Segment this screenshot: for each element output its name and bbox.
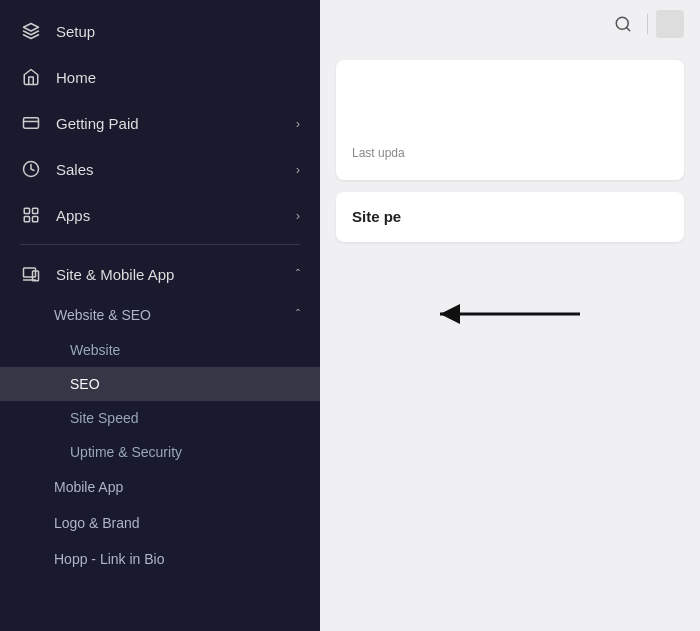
sidebar-item-setup[interactable]: Setup [0, 8, 320, 54]
logo-brand-label: Logo & Brand [54, 515, 140, 531]
sidebar-item-home-label: Home [56, 69, 300, 86]
top-card: Last upda [336, 60, 684, 180]
sidebar-item-apps[interactable]: Apps › [0, 192, 320, 238]
sales-icon [20, 158, 42, 180]
svg-rect-0 [24, 118, 39, 129]
svg-rect-6 [33, 217, 38, 222]
sidebar-sub-item-hopp[interactable]: Hopp - Link in Bio [0, 541, 320, 577]
seo-label: SEO [70, 376, 100, 392]
getting-paid-icon [20, 112, 42, 134]
svg-rect-7 [24, 268, 36, 277]
sidebar-item-site-mobile-label: Site & Mobile App [56, 266, 282, 283]
sidebar: Setup Home Getting Paid › Sales › [0, 0, 320, 631]
uptime-security-label: Uptime & Security [70, 444, 182, 460]
top-bar-avatar [656, 10, 684, 38]
last-updated-text: Last upda [352, 146, 668, 160]
hopp-label: Hopp - Link in Bio [54, 551, 165, 567]
website-label: Website [70, 342, 120, 358]
sidebar-item-getting-paid[interactable]: Getting Paid › [0, 100, 320, 146]
top-bar-divider [647, 14, 648, 34]
sidebar-deep-item-uptime-security[interactable]: Uptime & Security [0, 435, 320, 469]
apps-icon [20, 204, 42, 226]
sidebar-sub-item-website-seo[interactable]: Website & SEO ˆ [0, 297, 320, 333]
sidebar-deep-item-site-speed[interactable]: Site Speed [0, 401, 320, 435]
top-bar [320, 0, 700, 48]
sidebar-item-setup-label: Setup [56, 23, 300, 40]
apps-chevron: › [296, 208, 300, 223]
sidebar-deep-item-seo[interactable]: SEO [0, 367, 320, 401]
sidebar-sub-item-mobile-app[interactable]: Mobile App [0, 469, 320, 505]
site-mobile-chevron: ˆ [296, 267, 300, 282]
sidebar-item-apps-label: Apps [56, 207, 282, 224]
home-icon [20, 66, 42, 88]
setup-icon [20, 20, 42, 42]
svg-line-11 [626, 27, 629, 30]
sidebar-item-home[interactable]: Home [0, 54, 320, 100]
sidebar-item-site-mobile[interactable]: Site & Mobile App ˆ [0, 251, 320, 297]
site-speed-label: Site Speed [70, 410, 139, 426]
svg-rect-3 [24, 208, 29, 213]
main-content: Last upda Site pe [320, 0, 700, 631]
search-button[interactable] [607, 8, 639, 40]
svg-rect-5 [24, 217, 29, 222]
website-seo-chevron: ˆ [296, 308, 300, 322]
website-seo-section: Website & SEO ˆ Website SEO Site Speed U… [0, 297, 320, 469]
sidebar-deep-item-website[interactable]: Website [0, 333, 320, 367]
sidebar-item-sales[interactable]: Sales › [0, 146, 320, 192]
site-mobile-icon [20, 263, 42, 285]
sidebar-item-sales-label: Sales [56, 161, 282, 178]
getting-paid-chevron: › [296, 116, 300, 131]
sidebar-divider [20, 244, 300, 245]
svg-rect-4 [33, 208, 38, 213]
site-performance-title: Site pe [352, 208, 401, 225]
website-seo-label: Website & SEO [54, 307, 151, 323]
sidebar-item-getting-paid-label: Getting Paid [56, 115, 282, 132]
sales-chevron: › [296, 162, 300, 177]
site-performance-card: Site pe [336, 192, 684, 242]
mobile-app-label: Mobile App [54, 479, 123, 495]
sidebar-sub-item-logo-brand[interactable]: Logo & Brand [0, 505, 320, 541]
content-area: Last upda Site pe [320, 48, 700, 631]
